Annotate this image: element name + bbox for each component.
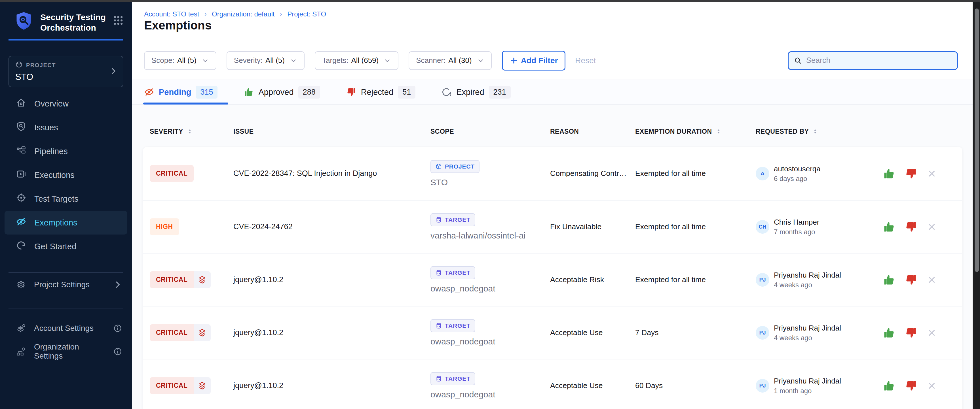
approve-button[interactable] <box>883 380 895 392</box>
requester-name: Priyanshu Raj Jindal <box>774 271 841 279</box>
sidebar-item-organization-settings[interactable]: Organization Settings <box>0 339 132 363</box>
active-tab-underline <box>143 103 228 105</box>
table-row[interactable]: CRITICAL jquery@1.10.2 TARGET owasp_node… <box>143 359 962 409</box>
plus-icon <box>509 56 518 65</box>
approve-button[interactable] <box>883 167 895 180</box>
sidebar-item-issues[interactable]: Issues <box>0 116 132 140</box>
filter-targets[interactable]: Targets: All (659) <box>315 51 398 70</box>
reject-button[interactable] <box>905 327 917 339</box>
tab-rejected[interactable]: Rejected 51 <box>346 86 416 98</box>
requester-name: Priyanshu Raj Jindal <box>774 324 841 333</box>
tab-approved[interactable]: Approved 288 <box>243 86 320 98</box>
add-filter-button[interactable]: Add Filter <box>502 51 566 71</box>
status-tabs: Pending 315 Approved 288 Rejected 51 Exp… <box>132 80 973 105</box>
org-gear-icon <box>16 346 26 357</box>
scope-name: owasp_nodegoat <box>430 284 495 293</box>
avatar: PJ <box>756 273 769 287</box>
exemption-duration: 7 Days <box>635 328 756 337</box>
sort-icon[interactable] <box>716 128 722 135</box>
scope-tag: TARGET <box>430 319 475 332</box>
sidebar-item-exemptions[interactable]: Exemptions <box>5 211 127 235</box>
severity-badge: CRITICAL <box>150 165 194 182</box>
sidebar-item-test-targets[interactable]: Test Targets <box>0 187 132 211</box>
filter-severity[interactable]: Severity: All (5) <box>227 51 305 70</box>
table-row[interactable]: CRITICAL CVE-2022-28347: SQL Injection i… <box>143 147 962 200</box>
page-scrollbar[interactable] <box>973 0 980 409</box>
table-row[interactable]: HIGH CVE-2024-24762 TARGET varsha-lalwan… <box>143 200 962 253</box>
col-severity[interactable]: SEVERITY <box>150 128 233 135</box>
sto-shield-logo-icon <box>14 11 34 32</box>
sidebar-header: Security Testing Orchestration <box>0 2 132 33</box>
play-box-icon <box>16 169 26 181</box>
chevron-right-icon <box>109 67 118 76</box>
filter-scanner[interactable]: Scanner: All (30) <box>409 51 492 70</box>
search-input[interactable] <box>806 56 952 65</box>
severity-badge: CRITICAL <box>150 324 211 341</box>
sidebar-item-account-settings[interactable]: Account Settings <box>0 317 132 339</box>
window-top-strip <box>0 0 980 2</box>
requested-time: 4 weeks ago <box>774 334 841 342</box>
col-requested-by[interactable]: REQUESTED BY <box>756 128 880 135</box>
info-icon[interactable] <box>113 324 122 333</box>
pending-count-badge: 315 <box>196 86 218 98</box>
col-exemption-duration[interactable]: EXEMPTION DURATION <box>635 128 756 135</box>
sidebar-item-project-settings[interactable]: Project Settings <box>0 273 132 296</box>
requested-time: 1 month ago <box>774 387 841 395</box>
reject-button[interactable] <box>905 380 917 392</box>
scope-tag: TARGET <box>430 266 475 279</box>
dismiss-button[interactable] <box>927 222 937 232</box>
dismiss-button[interactable] <box>927 328 937 338</box>
reject-button[interactable] <box>905 220 917 233</box>
approve-button[interactable] <box>883 220 895 233</box>
scope-name: owasp_nodegoat <box>430 337 495 346</box>
reset-filters-link[interactable]: Reset <box>575 56 596 65</box>
sidebar-item-overview[interactable]: Overview <box>0 92 132 116</box>
approved-count-badge: 288 <box>298 86 320 98</box>
container-icon <box>435 375 442 382</box>
breadcrumb-project[interactable]: Project: STO <box>287 10 326 18</box>
severity-badge: CRITICAL <box>150 271 211 288</box>
exemption-duration: Exempted for all time <box>635 169 756 178</box>
sort-icon[interactable] <box>186 128 193 135</box>
chevron-down-icon <box>202 57 209 64</box>
dismiss-button[interactable] <box>927 169 937 178</box>
sidebar-item-executions[interactable]: Executions <box>0 163 132 187</box>
thumbs-up-icon <box>243 87 254 97</box>
shield-search-icon <box>16 121 26 134</box>
tab-pending[interactable]: Pending 315 <box>144 86 218 98</box>
issue-name: CVE-2024-24762 <box>233 222 430 231</box>
reject-button[interactable] <box>905 274 917 286</box>
approve-button[interactable] <box>883 274 895 286</box>
sort-icon[interactable] <box>812 128 818 135</box>
table-row[interactable]: CRITICAL jquery@1.10.2 TARGET owasp_node… <box>143 253 962 306</box>
issue-name: jquery@1.10.2 <box>233 275 430 284</box>
sidebar-item-pipelines[interactable]: Pipelines <box>0 140 132 163</box>
project-selector-name: STO <box>15 72 116 82</box>
avatar: PJ <box>756 326 769 339</box>
scope-tag: TARGET <box>430 213 475 226</box>
requester-name: Priyanshu Raj Jindal <box>774 377 841 385</box>
dismiss-button[interactable] <box>927 381 937 391</box>
breadcrumb-account[interactable]: Account: STO test <box>144 10 199 18</box>
table-row[interactable]: CRITICAL jquery@1.10.2 TARGET owasp_node… <box>143 306 962 359</box>
approve-button[interactable] <box>883 327 895 339</box>
search-box[interactable] <box>788 51 958 70</box>
stacked-occurrences-icon <box>194 377 211 394</box>
dismiss-button[interactable] <box>927 275 937 285</box>
issue-name: jquery@1.10.2 <box>233 328 430 337</box>
exemptions-table: CRITICAL CVE-2022-28347: SQL Injection i… <box>143 147 962 409</box>
sidebar-accent-bar <box>8 39 123 41</box>
breadcrumb-organization[interactable]: Organization: default <box>212 10 275 18</box>
project-selector-label: PROJECT <box>26 62 56 68</box>
reject-button[interactable] <box>905 167 917 180</box>
sidebar-item-get-started[interactable]: Get Started <box>0 235 132 258</box>
breadcrumb-separator: › <box>204 10 207 18</box>
info-icon[interactable] <box>113 347 122 356</box>
issue-name: CVE-2022-28347: SQL Injection in Django <box>233 169 430 178</box>
module-grid-icon[interactable] <box>113 11 124 27</box>
filter-scope[interactable]: Scope: All (5) <box>144 51 216 70</box>
tab-expired[interactable]: Expired 231 <box>442 86 511 98</box>
requester-name: Chris Hamper <box>774 218 819 227</box>
project-selector[interactable]: PROJECT STO <box>8 56 123 87</box>
scrollbar-thumb[interactable] <box>975 8 979 272</box>
